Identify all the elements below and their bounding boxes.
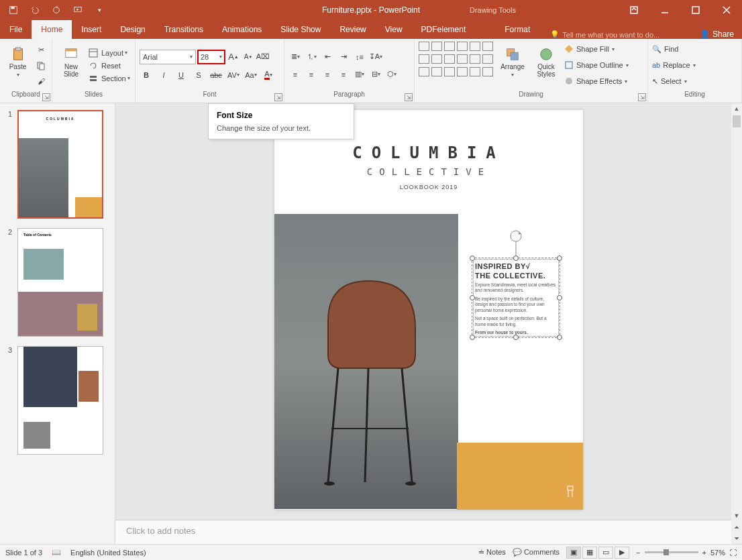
- underline-icon[interactable]: U: [174, 68, 188, 82]
- notes-toggle[interactable]: ≐ Notes: [478, 548, 506, 557]
- shape-effects-button[interactable]: Shape Effects▾: [564, 74, 629, 89]
- increase-font-icon[interactable]: A▲: [227, 50, 240, 64]
- minimize-icon[interactable]: [649, 0, 680, 20]
- textbox-p1[interactable]: Explore Scandinavia, meet local creative…: [472, 281, 560, 295]
- zoom-in-icon[interactable]: +: [702, 549, 706, 557]
- tab-view[interactable]: View: [376, 20, 412, 39]
- comments-toggle[interactable]: 💬 Comments: [513, 548, 560, 557]
- align-text-icon[interactable]: ⊟▾: [369, 68, 382, 81]
- reading-view-icon[interactable]: ▭: [598, 547, 613, 559]
- shapes-gallery[interactable]: [419, 42, 494, 89]
- tab-file[interactable]: File: [0, 20, 32, 39]
- textbox-p3[interactable]: Not a space built on perfection. But a h…: [472, 315, 560, 329]
- redo-icon[interactable]: [48, 2, 64, 18]
- vertical-scrollbar[interactable]: ▲ ▼ ⏶ ⏷: [731, 103, 742, 544]
- columns-icon[interactable]: ▥▾: [353, 68, 366, 81]
- shadow-icon[interactable]: S: [192, 68, 205, 82]
- change-case-icon[interactable]: Aa▾: [244, 68, 258, 82]
- tab-slideshow[interactable]: Slide Show: [271, 20, 330, 39]
- slide-canvas[interactable]: COLUMBIA COLLECTIVE LOOKBOOK 2019: [274, 110, 583, 510]
- increase-indent-icon[interactable]: ⇥: [337, 50, 350, 64]
- qat-customize-icon[interactable]: ▾: [91, 2, 107, 18]
- numbering-icon[interactable]: ⒈▾: [305, 50, 318, 64]
- scroll-down-icon[interactable]: ▼: [731, 510, 742, 521]
- zoom-slider[interactable]: [645, 551, 698, 553]
- font-color-icon[interactable]: A▾: [262, 68, 275, 82]
- find-button[interactable]: 🔍Find: [652, 42, 696, 56]
- tab-pdfelement[interactable]: PDFelement: [412, 20, 476, 39]
- ribbon-display-options-icon[interactable]: [619, 0, 649, 20]
- text-direction-icon[interactable]: ↧A▾: [369, 50, 382, 64]
- align-left-icon[interactable]: ≡: [288, 68, 302, 81]
- chair-image[interactable]: [274, 214, 458, 509]
- share-button[interactable]: 👤Share: [692, 30, 742, 39]
- maximize-icon[interactable]: [680, 0, 711, 20]
- copy-icon[interactable]: [34, 59, 48, 72]
- slide-title[interactable]: COLUMBIA: [274, 144, 583, 162]
- font-launcher-icon[interactable]: ⇲: [274, 93, 282, 101]
- tab-transitions[interactable]: Transitions: [155, 20, 213, 39]
- clipboard-launcher-icon[interactable]: ⇲: [42, 93, 50, 101]
- reset-button[interactable]: Reset: [89, 61, 130, 70]
- char-spacing-icon[interactable]: AV▾: [227, 68, 240, 82]
- drawing-launcher-icon[interactable]: ⇲: [638, 93, 646, 101]
- arrange-button[interactable]: Arrange▾: [497, 42, 528, 83]
- quick-styles-button[interactable]: Quick Styles: [531, 42, 562, 83]
- status-language[interactable]: English (United States): [70, 549, 146, 557]
- bold-icon[interactable]: B: [140, 68, 153, 82]
- tab-review[interactable]: Review: [330, 20, 375, 39]
- tell-me-search[interactable]: 💡 Tell me what you want to do...: [550, 30, 659, 39]
- zoom-out-icon[interactable]: −: [636, 549, 640, 557]
- replace-button[interactable]: abReplace▾: [652, 58, 696, 72]
- layout-button[interactable]: Layout▾: [89, 48, 130, 58]
- textbox-p2[interactable]: Be inspired by the details of culture, d…: [472, 295, 560, 315]
- cut-icon[interactable]: ✂: [34, 44, 48, 57]
- orange-block[interactable]: [457, 443, 583, 510]
- justify-icon[interactable]: ≡: [337, 68, 350, 81]
- tab-design[interactable]: Design: [111, 20, 154, 39]
- align-center-icon[interactable]: ≡: [305, 68, 318, 81]
- select-button[interactable]: ↖Select▾: [652, 74, 696, 89]
- tab-home[interactable]: Home: [32, 20, 72, 39]
- tab-animations[interactable]: Animations: [213, 20, 271, 39]
- notes-pane[interactable]: Click to add notes: [115, 520, 742, 544]
- slide-thumbnail-2[interactable]: Table of Contents: [17, 228, 103, 337]
- start-from-beginning-icon[interactable]: [70, 2, 86, 18]
- slide-lookbook[interactable]: LOOKBOOK 2019: [274, 184, 583, 190]
- tab-insert[interactable]: Insert: [72, 20, 111, 39]
- spellcheck-icon[interactable]: 📖: [52, 548, 61, 557]
- close-icon[interactable]: [711, 0, 742, 20]
- zoom-level[interactable]: 57%: [710, 549, 725, 557]
- decrease-indent-icon[interactable]: ⇤: [321, 50, 334, 64]
- align-right-icon[interactable]: ≡: [321, 68, 334, 81]
- decrease-font-icon[interactable]: A▼: [242, 50, 255, 64]
- next-slide-icon[interactable]: ⏷: [731, 533, 742, 544]
- clear-formatting-icon[interactable]: A⌧: [256, 50, 270, 64]
- bullets-icon[interactable]: ≣▾: [288, 50, 302, 64]
- strikethrough-icon[interactable]: abc: [209, 68, 223, 82]
- shape-outline-button[interactable]: Shape Outline▾: [564, 58, 629, 72]
- tab-format[interactable]: Format: [495, 20, 539, 39]
- textbox-heading2[interactable]: THE COLLECTIVE.: [472, 272, 560, 281]
- shape-fill-button[interactable]: Shape Fill▾: [564, 42, 629, 56]
- slide-thumbnail-3[interactable]: [17, 346, 103, 455]
- paragraph-launcher-icon[interactable]: ⇲: [405, 93, 413, 101]
- smartart-icon[interactable]: ⬡▾: [385, 68, 399, 81]
- section-button[interactable]: Section▾: [89, 74, 130, 83]
- font-name-combo[interactable]: Arial▾: [140, 50, 196, 64]
- format-painter-icon[interactable]: 🖌: [34, 74, 48, 88]
- save-icon[interactable]: [5, 2, 21, 18]
- new-slide-button[interactable]: New Slide: [56, 42, 86, 83]
- italic-icon[interactable]: I: [157, 68, 170, 82]
- rotate-handle-icon[interactable]: [509, 229, 523, 256]
- prev-slide-icon[interactable]: ⏶: [731, 522, 742, 533]
- font-size-combo[interactable]: 28▾: [197, 50, 225, 64]
- normal-view-icon[interactable]: ▣: [566, 547, 581, 559]
- selected-textbox[interactable]: INSPIRED BY√ THE COLLECTIVE. Explore Sca…: [472, 258, 560, 338]
- fit-to-window-icon[interactable]: ⛶: [729, 549, 737, 557]
- scroll-up-icon[interactable]: ▲: [731, 103, 742, 114]
- line-spacing-icon[interactable]: ↕≡: [353, 50, 366, 64]
- slide-thumbnail-1[interactable]: COLUMBIA: [17, 110, 103, 219]
- sorter-view-icon[interactable]: ▦: [582, 547, 597, 559]
- undo-icon[interactable]: [27, 2, 43, 18]
